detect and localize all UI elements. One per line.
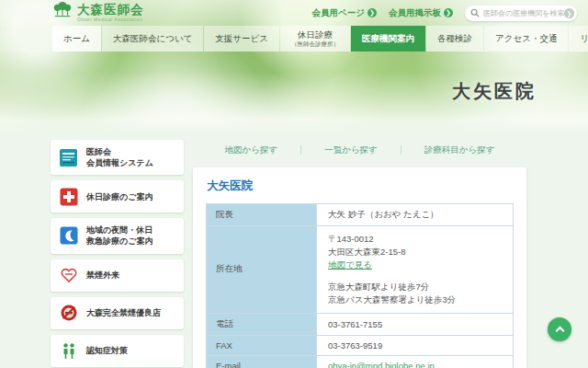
no-smoking-clinic-icon — [59, 266, 78, 285]
postal-code: 〒143-0012 — [328, 233, 502, 246]
table-row-fax: FAX 03-3763-9519 — [207, 335, 514, 355]
table-row-email: E-mail ohya-in@mpd.biglobe.ne.jp — [207, 355, 514, 368]
sidebar-item-no-smoking-clinic[interactable]: 禁煙外来 — [51, 259, 184, 292]
clinic-info-table: 院長 大矢 妙子（おおや たえこ） 所在地 〒143-0012 大田区大森東2-… — [206, 203, 514, 368]
clinic-detail-card: 大矢医院 院長 大矢 妙子（おおや たえこ） 所在地 〒143-0012 大田区… — [193, 167, 526, 368]
main-nav: ホーム 大森医師会について 支援サービス 休日診療 （医師会診療所） 医療機関案… — [0, 26, 588, 52]
no-smoking-shop-icon — [59, 304, 78, 323]
logo-trees-icon — [52, 1, 73, 25]
member-board-link[interactable]: 会員用掲示板 ❯ — [389, 7, 453, 19]
sidebar-item-label: 禁煙外来 — [86, 270, 119, 281]
search-input[interactable] — [483, 9, 564, 17]
nav-item-medical-institutions[interactable]: 医療機関案内 — [351, 26, 425, 52]
phone-value: 03-3761-7155 — [317, 313, 514, 335]
sidebar-item-label: 休日診療のご案内 — [86, 191, 153, 202]
search-tabs: 地図から探す 一覧から探す 診療科目から探す — [193, 138, 526, 162]
arrow-circle-icon: ❯ — [444, 8, 453, 17]
clinic-name-title: 大矢医院 — [207, 178, 514, 194]
nav-label: 休日診療 — [298, 30, 333, 40]
nav-sublabel: （医師会診療所） — [291, 40, 339, 47]
hero-page-title: 大矢医院 — [448, 79, 540, 104]
fax-value: 03-3763-9519 — [317, 335, 514, 355]
logo-subtitle: Omori Medical Association — [77, 17, 144, 22]
access-info-1: 京急大森町駅より徒歩7分 — [328, 281, 502, 293]
address-value: 〒143-0012 大田区大森東2-15-8 地図で見る 京急大森町駅より徒歩7… — [317, 226, 514, 314]
nav-item-holiday-care[interactable]: 休日診療 （医師会診療所） — [280, 26, 350, 52]
nav-item-links[interactable]: リンク集 — [569, 26, 588, 52]
search-box: ❯ — [465, 6, 577, 21]
nav-item-about[interactable]: 大森医師会について — [102, 26, 203, 52]
tab-search-by-department[interactable]: 診療科目から探す — [401, 145, 518, 155]
member-system-icon — [59, 148, 78, 167]
table-row-phone: 電話 03-3761-7155 — [207, 313, 514, 335]
header-links: 会員用ページ ❯ 会員用掲示板 ❯ ❯ — [312, 6, 588, 21]
member-page-label: 会員用ページ — [312, 7, 365, 19]
nav-label: アクセス・交通 — [495, 34, 557, 44]
row-label: 院長 — [207, 204, 317, 226]
row-label: FAX — [207, 335, 317, 355]
nav-label: 各種検診 — [437, 34, 472, 44]
view-map-link[interactable]: 地図で見る — [328, 259, 372, 270]
sidebar-item-dementia[interactable]: 認知症対策 — [51, 335, 184, 367]
member-board-label: 会員用掲示板 — [389, 7, 441, 19]
row-label: 所在地 — [207, 226, 317, 314]
nav-label: 大森医師会について — [113, 34, 192, 44]
sidebar-item-member-system[interactable]: 医師会会員情報システム — [51, 140, 184, 175]
nav-item-support-services[interactable]: 支援サービス — [204, 26, 279, 52]
nav-label: リンク集 — [580, 34, 588, 44]
row-label: 電話 — [207, 313, 317, 335]
table-row-director: 院長 大矢 妙子（おおや たえこ） — [207, 204, 514, 226]
row-label: E-mail — [207, 355, 317, 368]
access-info-2: 京急バス大森警察署より徒歩3分 — [328, 293, 502, 306]
nav-item-checkups[interactable]: 各種検診 — [426, 26, 483, 52]
sidebar: 医師会会員情報システム 休日診療のご案内 地域の夜間・休日救急診療のご案内 — [51, 140, 184, 367]
chevron-up-icon — [555, 327, 564, 336]
nav-label: 支援サービス — [215, 34, 268, 44]
nav-label: ホーム — [63, 34, 90, 44]
sidebar-item-label: 認知症対策 — [86, 345, 128, 356]
nav-item-access[interactable]: アクセス・交通 — [484, 26, 568, 52]
director-value: 大矢 妙子（おおや たえこ） — [317, 204, 514, 226]
nav-label: 医療機関案内 — [362, 34, 414, 44]
tab-search-by-list[interactable]: 一覧から探す — [300, 145, 401, 155]
search-submit-button[interactable]: ❯ — [564, 8, 574, 18]
sidebar-item-night-emergency[interactable]: 地域の夜間・休日救急診療のご案内 — [51, 218, 184, 253]
dementia-icon — [59, 341, 78, 361]
sidebar-item-label: 医師会会員情報システム — [86, 146, 153, 168]
site-logo[interactable]: 大森医師会 Omori Medical Association — [52, 1, 144, 25]
sidebar-item-label: 大森完全禁煙優良店 — [86, 307, 161, 318]
night-emergency-icon — [59, 226, 78, 246]
street-address: 大田区大森東2-15-8 — [328, 246, 502, 259]
member-page-link[interactable]: 会員用ページ ❯ — [312, 7, 377, 19]
arrow-circle-icon: ❯ — [368, 8, 377, 17]
sidebar-item-label: 地域の夜間・休日救急診療のご案内 — [86, 224, 153, 247]
tab-search-by-map[interactable]: 地図から探す — [201, 145, 300, 155]
site-header: 大森医師会 Omori Medical Association 会員用ページ ❯… — [0, 0, 588, 26]
scroll-to-top-button[interactable] — [548, 317, 571, 341]
holiday-clinic-icon — [59, 187, 78, 206]
logo-title: 大森医師会 — [77, 4, 144, 17]
content-area: 医師会会員情報システム 休日診療のご案内 地域の夜間・休日救急診療のご案内 — [0, 131, 588, 368]
email-link[interactable]: ohya-in@mpd.biglobe.ne.jp — [328, 361, 435, 368]
sidebar-item-no-smoking-shop[interactable]: 大森完全禁煙優良店 — [51, 297, 184, 329]
nav-item-home[interactable]: ホーム — [52, 26, 101, 52]
search-icon — [470, 8, 480, 17]
sidebar-item-holiday-clinic[interactable]: 休日診療のご案内 — [51, 180, 184, 213]
table-row-address: 所在地 〒143-0012 大田区大森東2-15-8 地図で見る 京急大森町駅よ… — [207, 226, 514, 314]
